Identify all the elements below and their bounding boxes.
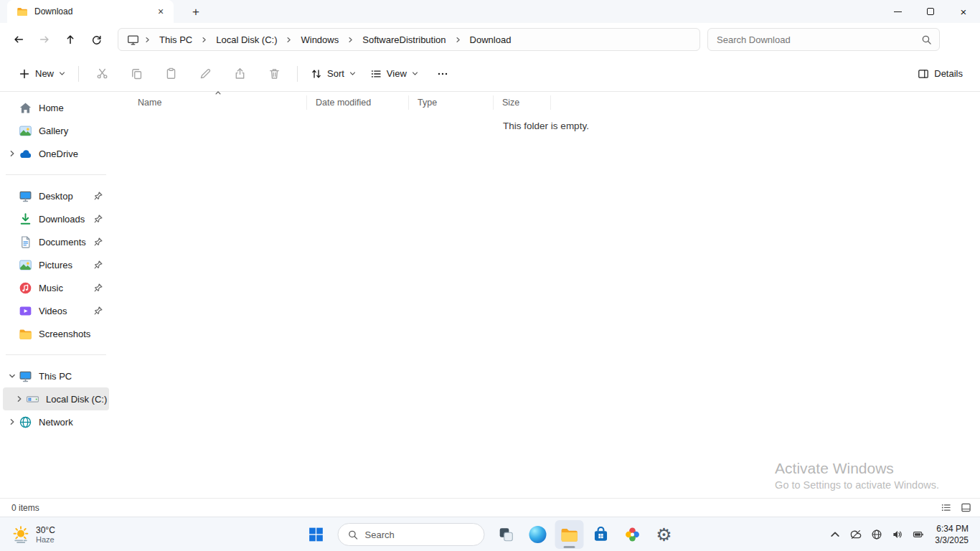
column-header-type[interactable]: Type [409,95,494,110]
sidebar-item-documents[interactable]: Documents [3,230,109,253]
explorer-tab[interactable]: Download × [7,0,174,23]
details-pane-icon [918,68,929,80]
item-count: 0 items [11,503,39,513]
breadcrumb-chevron-icon[interactable] [201,37,207,43]
breadcrumb-download[interactable]: Download [466,32,515,47]
view-list-icon [370,68,382,80]
photos-icon [624,526,641,543]
column-header-size[interactable]: Size [494,95,551,110]
weather-condition: Haze [36,535,55,544]
up-button[interactable] [57,27,83,52]
details-view-button[interactable] [937,501,954,515]
chevron-down-icon [9,372,16,380]
new-button[interactable]: New [11,61,72,87]
sidebar-item-label: Desktop [39,191,94,202]
address-bar[interactable]: This PC Local Disk (C:) Windows Software… [118,28,700,51]
details-button[interactable]: Details [910,61,969,87]
cut-button[interactable] [88,61,116,87]
file-list-area[interactable]: Name Date modified Type Size This folder… [112,92,980,498]
share-button[interactable] [225,61,254,87]
breadcrumb-local-disk[interactable]: Local Disk (C:) [212,32,281,47]
edge-button[interactable] [524,520,552,549]
photos-button[interactable] [618,520,647,549]
sidebar-item-local-disk-c[interactable]: Local Disk (C:) [3,387,109,410]
hidden-icons-button[interactable] [825,523,844,546]
sidebar-item-gallery[interactable]: Gallery [3,119,109,142]
volume-tray-button[interactable] [887,523,907,546]
sidebar-item-screenshots[interactable]: Screenshots [3,322,109,345]
chevron-down-icon [412,70,418,77]
search-icon [348,529,359,540]
weather-temp: 30°C [36,525,55,535]
breadcrumb-chevron-icon[interactable] [286,37,292,43]
back-button[interactable] [6,27,32,52]
refresh-button[interactable] [83,27,109,52]
chevron-down-icon [59,70,65,77]
start-button[interactable] [302,520,331,549]
sidebar-item-desktop[interactable]: Desktop [3,184,109,207]
search-input[interactable] [717,34,921,45]
large-icons-view-button[interactable] [957,501,974,515]
network-tray-button[interactable] [867,523,886,546]
microsoft-store-button[interactable] [587,520,616,549]
downloads-icon [19,212,32,226]
sidebar-item-home[interactable]: Home [3,96,109,119]
cloud-off-icon [850,529,862,540]
breadcrumb-this-pc[interactable]: This PC [156,32,196,47]
sidebar-item-downloads[interactable]: Downloads [3,207,109,230]
copy-button[interactable] [122,61,151,87]
sidebar-item-pictures[interactable]: Pictures [3,253,109,276]
chevron-right-icon [9,418,16,425]
sidebar-item-this-pc[interactable]: This PC [3,364,109,387]
minimize-button[interactable] [881,0,914,23]
search-box [707,28,940,51]
sidebar-item-onedrive[interactable]: OneDrive [3,142,109,165]
desktop-icon [19,189,32,203]
forward-button[interactable] [32,27,57,52]
activation-watermark: Activate Windows Go to Settings to activ… [775,460,939,491]
column-header-date-modified[interactable]: Date modified [307,95,409,110]
delete-button[interactable] [260,61,288,87]
breadcrumb-chevron-icon[interactable] [347,37,354,43]
view-button[interactable]: View [363,61,425,87]
sidebar-item-label: Local Disk (C:) [46,394,109,405]
minimize-icon [894,11,902,12]
music-icon [19,281,32,295]
paste-button[interactable] [156,61,185,87]
settings-button[interactable]: ⚙ [650,520,679,549]
new-tab-button[interactable]: + [185,1,207,23]
edge-icon [529,526,547,543]
sidebar-item-videos[interactable]: Videos [3,299,109,322]
speaker-icon [892,529,903,540]
search-icon[interactable] [921,34,932,45]
tab-close-button[interactable]: × [152,3,169,20]
more-options-button[interactable] [428,61,457,87]
clock[interactable]: 6:34 PM 3/3/2025 [935,523,971,546]
taskbar-search[interactable]: Search [338,523,485,546]
task-view-button[interactable] [492,520,521,549]
window-controls: × [881,0,980,23]
file-explorer-button[interactable] [555,520,584,549]
sort-button[interactable]: Sort [303,61,363,87]
sidebar-item-label: Documents [39,237,94,248]
breadcrumb-softwaredistribution[interactable]: SoftwareDistribution [359,32,449,47]
system-tray: 6:34 PM 3/3/2025 [825,517,971,551]
we​ather-widget[interactable]: 30°C Haze [7,517,60,551]
sidebar-item-network[interactable]: Network [3,410,109,433]
close-button[interactable]: × [947,0,980,23]
rename-button[interactable] [191,61,220,87]
sidebar-item-label: Screenshots [39,329,109,339]
breadcrumb-chevron-icon[interactable] [144,37,151,43]
file-explorer-window: Download × + × This PC Local Disk (C:) W… [0,0,980,551]
sidebar-item-music[interactable]: Music [3,276,109,299]
onedrive-tray-button[interactable] [846,523,865,546]
maximize-button[interactable] [914,0,947,23]
details-view-icon [941,502,951,513]
breadcrumb-windows[interactable]: Windows [297,32,342,47]
sidebar-item-label: Pictures [39,260,94,270]
view-toggles [937,501,974,515]
breadcrumb-chevron-icon[interactable] [455,37,461,43]
column-header-name[interactable]: Name [129,95,307,110]
cut-icon [96,67,108,80]
battery-tray-button[interactable] [908,523,928,546]
